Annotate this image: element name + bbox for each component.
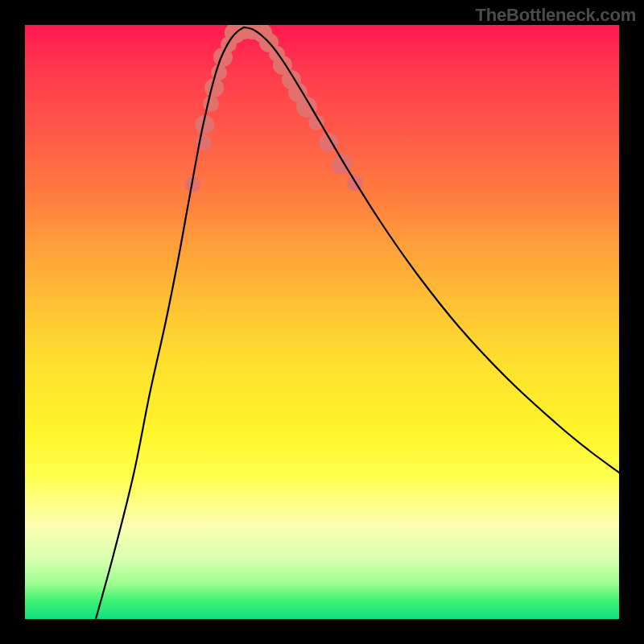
plot-area <box>25 25 619 619</box>
curve-left-branch <box>96 27 244 619</box>
curves-svg <box>25 25 619 619</box>
data-dot <box>211 64 227 80</box>
data-dot <box>203 96 219 112</box>
watermark-text: TheBottleneck.com <box>475 5 636 26</box>
dots-layer <box>184 25 363 192</box>
chart-frame: TheBottleneck.com <box>0 0 644 644</box>
